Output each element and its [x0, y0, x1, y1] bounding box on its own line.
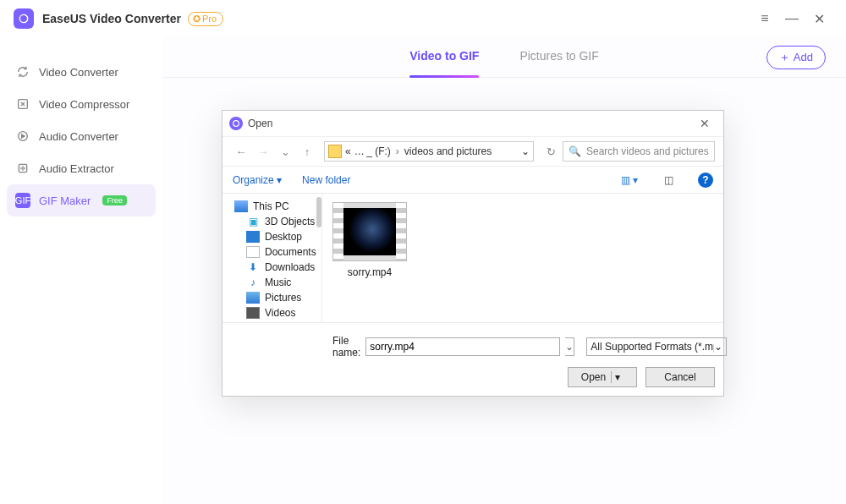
sidebar-item-label: GIF Maker	[39, 194, 91, 207]
tree-node-music[interactable]: ♪Music	[222, 275, 321, 290]
chevron-down-icon: ⌄	[714, 341, 722, 353]
tree-node-documents[interactable]: Documents	[222, 244, 321, 260]
close-button[interactable]: ✕	[805, 5, 832, 32]
audio-extract-icon	[15, 161, 30, 176]
tree-node-downloads[interactable]: ⬇Downloads	[222, 260, 321, 275]
sidebar-item-label: Video Converter	[39, 66, 118, 79]
folder-tree: This PC ▣3D Objects Desktop Documents ⬇D…	[222, 194, 322, 322]
chevron-down-icon[interactable]: ⌄	[521, 145, 530, 157]
file-item[interactable]: sorry.mp4	[331, 202, 409, 278]
filename-label: File name:	[332, 335, 360, 359]
refresh-button[interactable]: ↻	[541, 141, 561, 162]
preview-pane-toggle[interactable]: ◫	[659, 173, 678, 188]
download-icon: ⬇	[246, 261, 260, 273]
chevron-right-icon: ›	[394, 145, 401, 157]
back-button[interactable]: ←	[231, 141, 251, 162]
tree-node-desktop[interactable]: Desktop	[222, 229, 321, 244]
search-input[interactable]: 🔍 Search videos and pictures	[563, 141, 715, 162]
open-button[interactable]: Open▾	[568, 367, 637, 387]
star-icon: ✪	[193, 14, 201, 25]
refresh-icon	[15, 64, 30, 79]
tree-node-pictures[interactable]: Pictures	[222, 290, 321, 305]
menu-icon[interactable]: ≡	[751, 5, 778, 32]
dialog-app-icon	[229, 117, 243, 130]
dialog-nav-row: ← → ⌄ ↑ « … _ (F:) › videos and pictures…	[222, 136, 723, 167]
tree-scrollbar[interactable]	[316, 197, 321, 227]
breadcrumb-masked: …	[354, 145, 364, 157]
cancel-button[interactable]: Cancel	[645, 367, 715, 387]
filename-input[interactable]	[365, 337, 560, 356]
organize-menu[interactable]: Organize ▾	[233, 174, 282, 186]
app-title: EaseUS Video Converter	[42, 12, 181, 25]
compress-icon	[15, 96, 30, 112]
title-bar: EaseUS Video Converter ✪ Pro ≡ — ✕	[0, 0, 846, 37]
svg-point-4	[233, 121, 239, 127]
sidebar-item-audio-extractor[interactable]: Audio Extractor	[7, 152, 156, 184]
breadcrumb-folder: videos and pictures	[404, 145, 492, 157]
sidebar-item-audio-converter[interactable]: Audio Converter	[7, 120, 156, 152]
tree-node-3d-objects[interactable]: ▣3D Objects	[222, 214, 321, 229]
sidebar-item-gif-maker[interactable]: GIF GIF Maker Free	[7, 184, 156, 216]
up-button[interactable]: ↑	[297, 141, 317, 162]
tab-video-to-gif[interactable]: Video to GIF	[409, 49, 479, 66]
minimize-button[interactable]: —	[778, 5, 805, 32]
tab-row: Video to GIF Pictures to GIF ＋ Add	[162, 37, 846, 78]
open-file-dialog: Open ✕ ← → ⌄ ↑ « … _ (F:) › videos and p…	[222, 110, 724, 397]
forward-button[interactable]: →	[253, 141, 273, 162]
pc-icon	[234, 200, 248, 212]
help-icon[interactable]: ?	[698, 173, 713, 188]
tree-node-videos[interactable]: Videos	[222, 305, 321, 320]
desktop-icon	[246, 231, 260, 243]
dialog-footer: File name: ⌄ All Supported Formats (*.mp…	[222, 322, 723, 396]
sidebar-item-video-converter[interactable]: Video Converter	[7, 56, 156, 88]
sidebar-item-label: Video Compressor	[39, 98, 129, 111]
pictures-icon	[246, 292, 260, 304]
pro-badge: ✪ Pro	[188, 12, 223, 26]
search-icon: 🔍	[569, 145, 581, 157]
sidebar-item-label: Audio Converter	[39, 130, 118, 143]
audio-convert-icon	[15, 129, 30, 144]
app-logo	[14, 8, 34, 29]
gif-icon: GIF	[15, 193, 30, 208]
breadcrumb-drive: _ (F:)	[366, 145, 391, 157]
music-icon: ♪	[246, 277, 260, 288]
dialog-toolbar: Organize ▾ New folder ▥ ▾ ◫ ?	[222, 167, 723, 194]
document-icon	[246, 246, 260, 258]
free-badge: Free	[102, 195, 127, 205]
dialog-title: Open	[248, 118, 272, 129]
file-name-label: sorry.mp4	[331, 266, 409, 278]
video-thumbnail	[332, 202, 407, 261]
sidebar-item-label: Audio Extractor	[39, 162, 114, 175]
tab-pictures-to-gif[interactable]: Pictures to GIF	[519, 49, 598, 66]
open-split-dropdown[interactable]: ▾	[611, 371, 624, 383]
chevron-down-icon: ▾	[277, 174, 282, 186]
dialog-close-button[interactable]: ✕	[693, 112, 717, 135]
sidebar: Video Converter Video Compressor Audio C…	[0, 37, 162, 504]
file-type-filter[interactable]: All Supported Formats (*.mp4 * ⌄	[586, 337, 727, 356]
folder-icon	[328, 145, 342, 158]
file-list: sorry.mp4	[322, 194, 723, 322]
dialog-title-bar: Open ✕	[222, 111, 723, 136]
filename-history-dropdown[interactable]: ⌄	[565, 337, 574, 356]
videos-icon	[246, 307, 260, 319]
view-mode-picker[interactable]: ▥ ▾	[620, 173, 639, 188]
new-folder-button[interactable]: New folder	[302, 174, 350, 186]
recent-dropdown[interactable]: ⌄	[275, 141, 295, 162]
address-bar[interactable]: « … _ (F:) › videos and pictures ⌄	[324, 141, 534, 162]
tree-node-this-pc[interactable]: This PC	[222, 199, 321, 214]
cube-icon: ▣	[246, 216, 260, 227]
sidebar-item-video-compressor[interactable]: Video Compressor	[7, 88, 156, 120]
